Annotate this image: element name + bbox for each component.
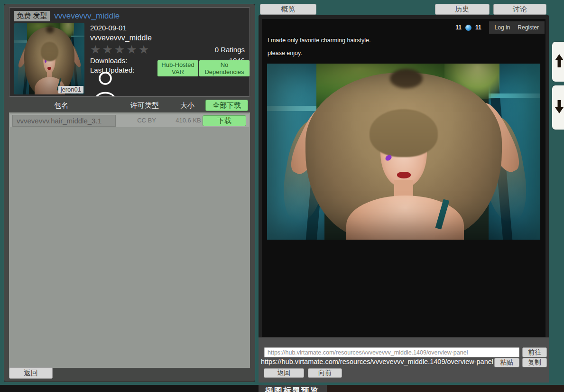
virtamate-hub-browser: 插图标题预览 免费 发型 vvvevevvv_middle (0, 0, 564, 392)
login-link[interactable]: Log in (495, 24, 510, 31)
webview-content: 11 11 Log in Register I made only favori… (262, 19, 546, 337)
background-maroon-area (327, 385, 564, 392)
copy-button[interactable]: 复制 (522, 358, 547, 367)
message-count: 11 (475, 24, 481, 31)
package-table-header: 包名 许可类型 大小 全部下载 (9, 100, 250, 112)
current-url-text: https://hub.virtamate.com/resources/vvve… (261, 358, 493, 365)
account-strip: Log in Register (489, 21, 545, 34)
background-dark-area (0, 385, 259, 392)
background-partial-tab: 插图标题预览 (259, 385, 327, 392)
resource-preview-image (267, 64, 540, 240)
webview-topbar: 11 11 Log in Register (455, 21, 545, 34)
package-row: vvvevevvv.hair_middle_3.1 CC BY 410.6 KB… (10, 114, 249, 127)
author-badge: jeron01 (58, 86, 83, 93)
downloads-label: Downloads: (90, 56, 127, 65)
hub-badges: Hub-Hosted VAR No Dependencies (157, 60, 250, 76)
tab-discussion[interactable]: 讨论 (493, 4, 546, 15)
browser-back-button[interactable]: 返回 (264, 368, 304, 378)
panel-back-button[interactable]: 返回 (9, 367, 53, 379)
browser-forward-button[interactable]: 向前 (308, 368, 342, 378)
alert-count: 11 (455, 24, 462, 31)
tab-history[interactable]: 历史 (435, 4, 490, 15)
arrow-down-icon (555, 99, 564, 117)
resource-info-box: 免费 发型 vvvevevvv_middle jeron01 (9, 7, 250, 97)
go-button[interactable]: 前往 (522, 347, 547, 357)
register-link[interactable]: Register (518, 24, 539, 31)
hub-hosted-badge: Hub-Hosted VAR (157, 60, 198, 76)
download-all-button[interactable]: 全部下载 (205, 100, 248, 111)
ratings-count: 0 Ratings (215, 46, 245, 54)
resource-header: 免费 发型 vvvevevvv_middle (14, 11, 120, 21)
package-license: CC BY (123, 117, 170, 124)
download-button[interactable]: 下载 (203, 115, 246, 126)
hub-webview-panel: 11 11 Log in Register I made only favori… (259, 15, 549, 383)
resource-detail-panel: 免费 发型 vvvevevvv_middle jeron01 (4, 4, 255, 382)
rating-row: ★★★★★ 0 Ratings (90, 43, 245, 56)
column-license-type: 许可类型 (121, 101, 168, 110)
column-size: 大小 (166, 101, 209, 110)
tab-overview[interactable]: 概览 (260, 4, 316, 15)
paste-button[interactable]: 粘贴 (494, 358, 519, 367)
background-scene-strip: 插图标题预览 (0, 385, 564, 392)
category-badge: 免费 发型 (14, 11, 50, 21)
scroll-up-button[interactable] (552, 42, 564, 82)
url-input[interactable] (264, 347, 519, 357)
package-list: vvvevevvv.hair_middle_3.1 CC BY 410.6 KB… (9, 112, 250, 368)
thumbnail-image (14, 23, 84, 94)
creator-name: vvvevevvv_middle (90, 33, 245, 43)
description-line-2: please enjoy. (268, 50, 302, 56)
resource-thumbnail[interactable]: jeron01 (14, 23, 84, 94)
user-icon (93, 71, 117, 97)
scroll-down-button[interactable] (552, 85, 564, 130)
star-rating-icons: ★★★★★ (90, 44, 150, 56)
no-dependencies-badge: No Dependencies (199, 60, 250, 76)
arrow-up-icon (555, 53, 564, 71)
package-name-cell[interactable]: vvvevevvv.hair_middle_3.1 (12, 115, 116, 127)
sphere-icon (465, 25, 472, 31)
description-line-1: I made only favorite charming hairstyle. (268, 37, 370, 44)
resource-date: 2020-09-01 (90, 23, 245, 33)
column-package-name: 包名 (9, 101, 113, 110)
resource-title-link[interactable]: vvvevevvv_middle (54, 11, 120, 21)
